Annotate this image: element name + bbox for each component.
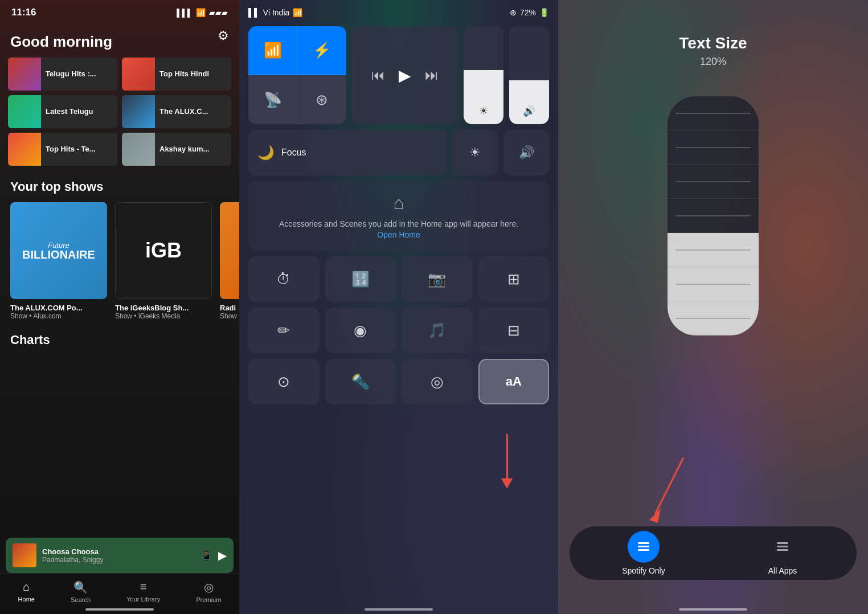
svg-rect-5 [777, 542, 788, 544]
show-card[interactable]: Future BILLIONAIRE The ALUX.COM Po... Sh… [10, 202, 107, 320]
nav-item-home[interactable]: ⌂ Home [18, 580, 35, 603]
home-icon: ⌂ [23, 580, 30, 593]
camera-btn[interactable]: 📷 [402, 256, 473, 302]
now-playing-thumb [13, 543, 36, 567]
playlist-item[interactable]: Top Hits Hindi [122, 58, 231, 91]
cc-home-text: Accessories and Scenes you add in the Ho… [257, 218, 540, 230]
slider-rows [668, 96, 759, 335]
playlist-title: Telugu Hits :... [41, 69, 101, 79]
camera-icon: 📷 [428, 271, 446, 288]
show-card[interactable]: R Radi Show • Jaso [220, 202, 239, 320]
notes-icon: ✏ [277, 322, 290, 339]
text-size-btn[interactable]: aA [478, 359, 550, 404]
ts-bottom: Spotify Only All Apps [570, 526, 857, 591]
svg-line-0 [655, 457, 683, 514]
lowpower-btn[interactable]: ⊟ [478, 308, 550, 353]
cc-carrier: ▌▌ Vi India 📶 [248, 8, 302, 17]
show-card[interactable]: iGB The iGeeksBlog Sh... Show • iGeeks M… [115, 202, 212, 320]
text-size-panel: Text Size 120% [558, 0, 868, 614]
playlist-item[interactable]: Akshay kum... [122, 133, 231, 166]
playlist-item[interactable]: The ALUX.C... [122, 95, 231, 128]
display-brightness-btn[interactable]: ☀ [452, 130, 498, 175]
cc-content: ▌▌ Vi India 📶 ⊕ 72% 🔋 📶 ⚡ 📡 [239, 0, 558, 412]
magnifier-btn[interactable]: ◉ [325, 308, 396, 353]
svg-rect-7 [777, 549, 788, 551]
calculator-btn[interactable]: 🔢 [325, 256, 396, 302]
red-arrow-ts [638, 457, 695, 526]
open-home-link[interactable]: Open Home [257, 230, 540, 239]
home-indicator [679, 608, 747, 611]
soundwave-icon: 🎵 [428, 322, 446, 339]
lowpower-icon: ⊟ [507, 322, 520, 339]
rewind-button[interactable]: ⏮ [371, 67, 385, 83]
ts-toggle-bar: Spotify Only All Apps [570, 526, 857, 580]
cc-home-section: ⌂ Accessories and Scenes you add in the … [248, 181, 549, 251]
wifi-toggle[interactable]: 📶 [248, 26, 297, 75]
show-text-main: BILLIONAIRE [22, 249, 95, 260]
notes-btn[interactable]: ✏ [248, 308, 320, 353]
stopwatch-btn[interactable]: ⏱ [248, 256, 320, 302]
soundrecog-btn[interactable]: 🎵 [402, 308, 473, 353]
text-size-slider[interactable] [668, 96, 759, 335]
playlist-item[interactable]: Telugu Hits :... [8, 58, 117, 91]
slider-line [675, 215, 751, 216]
volume-slider[interactable]: 🔊 [509, 26, 549, 124]
battery-bar-icon: 🔋 [539, 8, 549, 17]
playlist-title: Top Hits - Te... [41, 145, 100, 154]
bluetooth-toggle[interactable]: ⚡ [297, 26, 346, 75]
svg-rect-6 [777, 546, 788, 547]
flashlight-btn[interactable]: 🔦 [325, 359, 396, 404]
cc-wifi-icon: 📶 [293, 8, 302, 17]
brightness-slider[interactable]: ☀ [464, 26, 503, 124]
all-apps-layers-icon [775, 539, 790, 554]
playlist-item[interactable]: Latest Telugu [8, 95, 117, 128]
cc-connectivity-block: 📶 ⚡ 📡 ⊛ [248, 26, 346, 124]
red-arrow-indicator [501, 434, 513, 489]
nav-item-search[interactable]: 🔍 Search [71, 580, 91, 603]
playlist-thumb [122, 58, 155, 91]
play-pause-button[interactable]: ▶ [399, 66, 411, 85]
play-button[interactable]: ▶ [218, 548, 227, 562]
cc-bottom-row2: ✏ ◉ 🎵 ⊟ [248, 308, 549, 353]
volume-icon: 🔊 [523, 105, 535, 117]
device-icon[interactable]: 📱 [201, 550, 212, 561]
playlist-title: Akshay kum... [155, 145, 214, 154]
cc-bottom-row1: ⏱ 🔢 📷 ⊞ [248, 256, 549, 302]
playlist-thumb [122, 133, 155, 166]
all-apps-option[interactable]: All Apps [713, 531, 852, 575]
focus-button[interactable]: 🌙 Focus [248, 130, 447, 175]
cc-focus-row: 🌙 Focus ☀ 🔊 [248, 130, 549, 175]
settings-button[interactable]: ⚙ [218, 28, 229, 43]
now-playing-info: Choosa Choosa Padmalatha, Sniggy [42, 547, 195, 564]
signal-icon: ▌▌▌ [177, 9, 193, 17]
shazam-btn[interactable]: ◎ [402, 359, 473, 404]
bluetooth-icon: ⚡ [313, 42, 331, 59]
playlist-item[interactable]: Top Hits - Te... [8, 133, 117, 166]
sun-icon: ☀ [469, 145, 481, 160]
home-indicator [85, 608, 154, 611]
screen-record-btn[interactable]: ⊙ [248, 359, 320, 404]
qr-icon: ⊞ [507, 271, 520, 288]
cellular-toggle[interactable]: 📡 [248, 75, 297, 124]
svg-rect-3 [638, 546, 649, 547]
calculator-icon: 🔢 [351, 271, 370, 288]
speaker-icon: 🔊 [519, 145, 534, 160]
moon-icon: 🌙 [257, 145, 275, 161]
nav-item-premium[interactable]: ◎ Premium [196, 580, 221, 603]
slider-row-dark [668, 130, 759, 165]
qr-scanner-btn[interactable]: ⊞ [478, 256, 550, 302]
airdrop-toggle[interactable]: ⊛ [297, 75, 346, 124]
text-size-icon: aA [506, 374, 522, 389]
cc-battery-status: ⊕ 72% 🔋 [510, 8, 549, 17]
now-playing-bar[interactable]: Choosa Choosa Padmalatha, Sniggy 📱 ▶ [6, 538, 234, 573]
now-playing-artist: Padmalatha, Sniggy [42, 556, 195, 564]
nav-item-library[interactable]: ≡ Your Library [126, 580, 160, 603]
show-thumb: iGB [115, 202, 212, 299]
signal-bars-icon: ▌▌ [248, 8, 260, 17]
spotify-only-option[interactable]: Spotify Only [574, 531, 713, 575]
audio-output-btn[interactable]: 🔊 [503, 130, 549, 175]
battery-icon: ▰▰▰ [209, 8, 228, 17]
nav-label-home: Home [18, 596, 35, 603]
slider-line [675, 318, 751, 319]
fast-forward-button[interactable]: ⏭ [425, 67, 439, 83]
